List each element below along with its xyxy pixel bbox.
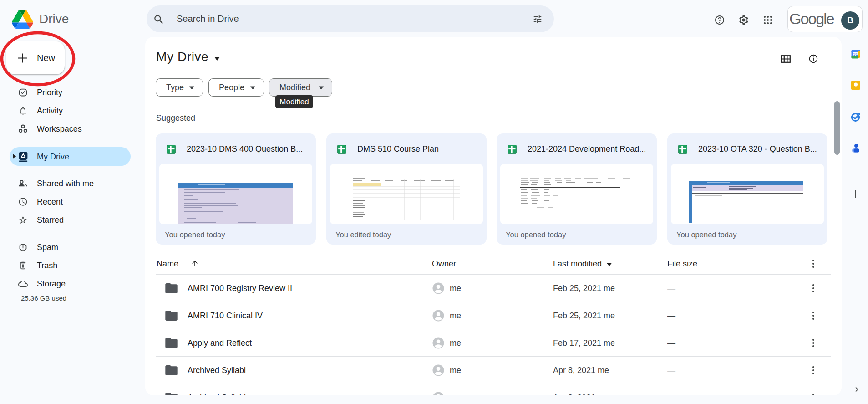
svg-text:31: 31 (853, 52, 858, 56)
